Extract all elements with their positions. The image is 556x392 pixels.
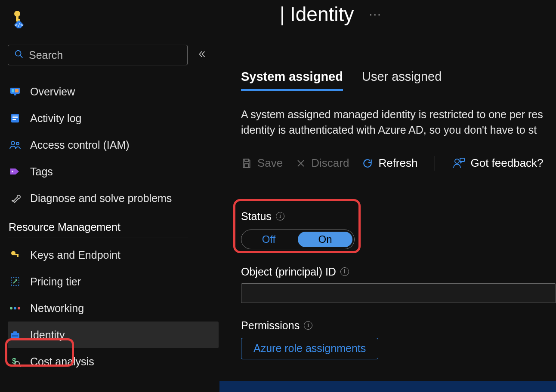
info-icon[interactable]: i [340,267,349,276]
discard-label: Discard [311,156,349,170]
keyvault-logo-icon: </> [9,9,219,30]
sidebar-item-label: Networking [30,302,84,315]
identity-icon [9,330,22,340]
discard-button[interactable]: Discard [296,156,349,170]
svg-rect-8 [12,89,14,92]
feedback-button[interactable]: Got feedback? [452,156,543,170]
svg-line-6 [20,55,23,58]
diagnose-icon [9,193,22,204]
svg-point-5 [15,50,21,56]
search-input-container[interactable] [8,45,188,65]
status-label: Status [241,210,272,223]
svg-point-36 [455,159,459,163]
key-icon [9,250,22,260]
sidebar-item-label: Activity log [30,112,81,125]
sidebar-item-label: Pricing tier [30,276,81,288]
svg-point-23 [10,307,12,309]
feedback-icon [452,157,465,169]
sidebar-item-tags[interactable]: Tags [8,158,219,185]
save-icon [241,158,252,169]
save-label: Save [257,156,283,170]
object-id-field[interactable] [241,283,556,303]
svg-rect-2 [16,19,20,21]
tab-user-assigned[interactable]: User assigned [362,70,442,91]
collapse-sidebar-icon[interactable] [197,49,207,61]
sidebar-item-activity-log[interactable]: Activity log [8,105,219,132]
sidebar-divider [8,238,188,238]
status-option-on[interactable]: On [298,232,352,247]
svg-rect-33 [245,164,249,168]
permissions-label: Permissions [241,319,300,332]
sidebar-item-access-control[interactable]: Access control (IAM) [8,132,219,158]
status-toggle[interactable]: Off On [241,230,355,249]
svg-point-17 [12,171,13,172]
sidebar-item-diagnose[interactable]: Diagnose and solve problems [8,185,219,211]
info-icon[interactable]: i [304,321,312,330]
sidebar-item-label: Diagnose and solve problems [30,192,172,205]
sidebar-item-overview[interactable]: Overview [8,78,219,105]
sidebar-item-label: Tags [30,165,53,178]
sidebar-item-label: Keys and Endpoint [30,249,120,261]
overview-icon [9,86,22,97]
svg-rect-10 [14,94,16,95]
sidebar-item-keys-endpoint[interactable]: Keys and Endpoint [8,242,219,268]
activity-log-icon [9,113,22,123]
svg-rect-12 [12,116,18,116]
svg-point-25 [18,307,20,309]
sidebar-item-label: Identity [30,329,65,341]
svg-rect-32 [245,159,249,161]
toolbar: Save Discard Refresh [241,156,556,171]
search-input[interactable] [29,49,181,61]
svg-rect-9 [15,89,19,92]
tags-icon [9,167,22,176]
svg-rect-27 [13,331,17,334]
access-control-icon [9,140,22,150]
discard-icon [296,158,306,168]
sidebar-item-label: Cost analysis [30,355,94,368]
refresh-button[interactable]: Refresh [362,156,417,170]
sidebar-item-networking[interactable]: Networking [8,295,219,322]
svg-point-16 [16,142,19,145]
pricing-tier-icon [9,276,22,287]
sidebar-item-label: Overview [30,86,75,98]
networking-icon [9,304,22,312]
search-icon [14,49,24,61]
sidebar-item-label: Access control (IAM) [30,139,130,151]
save-button[interactable]: Save [241,156,283,170]
refresh-icon [362,158,373,169]
main-content: | Identity ··· System assigned User assi… [219,0,556,392]
identity-description: A system assigned managed identity is re… [241,107,556,138]
svg-line-31 [19,365,21,367]
svg-point-24 [14,307,16,309]
azure-role-assignments-button[interactable]: Azure role assignments [241,338,378,359]
cost-analysis-icon: $ [9,356,22,367]
more-actions-button[interactable]: ··· [369,8,382,20]
svg-point-15 [11,141,15,145]
title-separator: | [280,3,285,26]
bottom-bar [219,381,556,392]
sidebar: </> [0,0,219,392]
svg-rect-37 [460,158,464,162]
tab-system-assigned[interactable]: System assigned [241,70,343,91]
refresh-label: Refresh [378,156,417,170]
page-title: Identity [290,3,354,26]
sidebar-item-pricing-tier[interactable]: Pricing tier [8,268,219,295]
svg-text:</>: </> [15,22,23,28]
toolbar-separator [435,156,435,171]
svg-rect-14 [12,119,16,120]
sidebar-item-identity[interactable]: Identity [8,322,219,348]
svg-text:$: $ [12,357,16,365]
status-option-off[interactable]: Off [241,230,296,249]
tabs: System assigned User assigned [241,70,556,91]
svg-rect-13 [12,117,18,118]
svg-point-18 [12,200,13,201]
info-icon[interactable]: i [276,212,284,220]
feedback-label: Got feedback? [470,156,543,170]
sidebar-section-label: Resource Management [9,221,219,233]
object-id-label: Object (principal) ID [241,266,336,278]
svg-rect-21 [17,254,19,257]
sidebar-item-cost-analysis[interactable]: $ Cost analysis [8,348,219,375]
svg-rect-28 [12,335,18,337]
